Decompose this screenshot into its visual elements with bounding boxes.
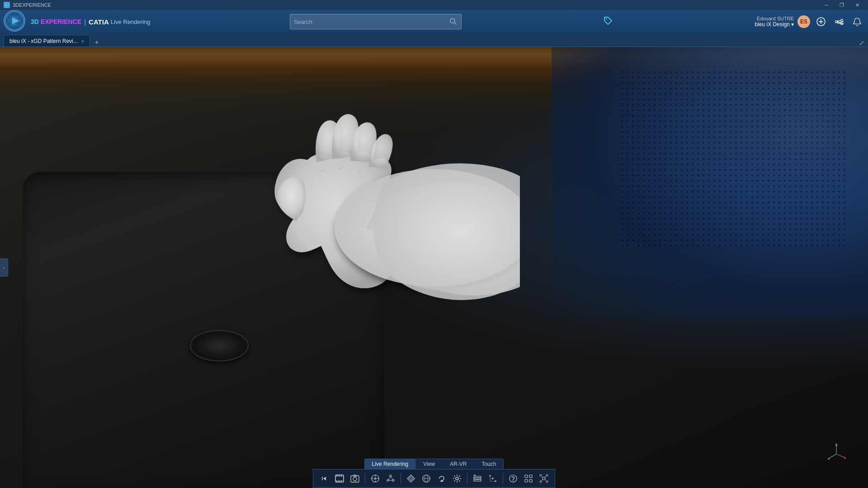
user-role[interactable]: bleu iX Design ▾ <box>755 21 794 28</box>
svg-line-6 <box>454 23 456 24</box>
svg-rect-60 <box>474 480 481 481</box>
svg-rect-71 <box>529 475 532 478</box>
svg-point-42 <box>374 477 377 480</box>
tab-live-rendering[interactable]: Live Rendering <box>365 459 416 469</box>
tab-touch[interactable]: Touch <box>474 459 503 469</box>
svg-marker-25 <box>844 456 846 459</box>
rotary-knob <box>190 330 249 361</box>
ibl-button[interactable] <box>419 471 434 486</box>
tab-close-button[interactable]: × <box>81 38 84 44</box>
rotation-button[interactable] <box>434 471 449 486</box>
side-panel-expand-button[interactable]: › <box>0 258 8 277</box>
notifications-button[interactable] <box>850 15 864 28</box>
svg-line-82 <box>545 479 546 481</box>
app-icon <box>4 2 10 8</box>
svg-rect-61 <box>474 474 476 476</box>
add-tab-button[interactable]: + <box>92 38 101 47</box>
render-settings-button[interactable] <box>450 471 464 486</box>
tab-label: bleu iX - xGD Pattern Revi... <box>9 38 78 44</box>
help-button[interactable] <box>506 471 520 486</box>
center-console <box>23 172 384 488</box>
tabbar: bleu iX - xGD Pattern Revi... × + ⤢ <box>0 33 868 47</box>
svg-line-79 <box>542 476 543 478</box>
svg-rect-36 <box>341 475 342 476</box>
bottom-icons-bar <box>313 469 555 488</box>
bottom-toolbar: Live Rendering View AR-VR Touch <box>313 459 555 488</box>
svg-line-81 <box>542 479 543 481</box>
titlebar: 3DEXPERIENCE ─ ❐ ✕ <box>0 0 868 10</box>
svg-marker-27 <box>827 457 830 460</box>
seat-perforations <box>619 70 845 250</box>
expand-button[interactable]: ⤢ <box>859 39 864 47</box>
svg-point-62 <box>489 475 491 477</box>
bottom-tabs: Live Rendering View AR-VR Touch <box>364 459 504 469</box>
svg-point-47 <box>390 475 392 477</box>
svg-rect-58 <box>474 476 481 478</box>
svg-point-76 <box>546 474 548 476</box>
active-tab[interactable]: bleu iX - xGD Pattern Revi... × <box>4 35 90 47</box>
search-button[interactable] <box>448 17 458 27</box>
user-avatar[interactable]: ES <box>797 15 810 28</box>
separator-4 <box>503 473 503 484</box>
user-name: Edouard SUTRE <box>757 16 794 21</box>
tab-ar-vr[interactable]: AR-VR <box>443 459 474 469</box>
material-button[interactable] <box>404 471 418 486</box>
svg-point-69 <box>513 481 514 482</box>
search-input[interactable] <box>294 14 448 29</box>
svg-rect-34 <box>339 475 340 476</box>
titlebar-title: 3DEXPERIENCE <box>4 2 51 8</box>
minimize-button[interactable]: ─ <box>819 1 834 9</box>
separator-2 <box>401 473 401 484</box>
separator-3 <box>467 473 467 484</box>
tag-button[interactable] <box>601 14 615 30</box>
brand-area: 3DEXPERIENCE | CATIA Live Rendering <box>31 18 150 26</box>
brand-catia: CATIA <box>89 18 109 26</box>
user-role-label: bleu iX Design <box>755 21 790 28</box>
film-strip-button[interactable] <box>332 471 347 486</box>
svg-rect-72 <box>525 479 528 482</box>
svg-line-51 <box>391 477 393 479</box>
nodes-button[interactable] <box>383 471 398 486</box>
svg-point-7 <box>606 18 607 19</box>
svg-rect-37 <box>341 481 342 482</box>
svg-line-14 <box>837 20 840 21</box>
close-button[interactable]: ✕ <box>850 1 864 9</box>
svg-point-57 <box>456 477 458 480</box>
svg-marker-23 <box>835 443 838 446</box>
share-button[interactable] <box>832 15 846 28</box>
svg-rect-31 <box>335 476 344 481</box>
brand-3dx: 3D <box>31 18 39 25</box>
window-controls: ─ ❐ ✕ <box>819 1 864 9</box>
svg-point-78 <box>546 481 548 483</box>
user-info: Edouard SUTRE bleu iX Design ▾ <box>755 16 794 28</box>
side-expand-icon: › <box>3 265 5 270</box>
titlebar-app-name: 3DEXPERIENCE <box>13 2 51 8</box>
tab-view[interactable]: View <box>416 459 442 469</box>
axes-indicator <box>823 438 850 465</box>
compass-logo[interactable] <box>4 10 27 33</box>
svg-line-50 <box>388 477 391 479</box>
svg-line-80 <box>545 476 546 478</box>
svg-point-48 <box>387 479 389 481</box>
svg-point-11 <box>840 19 843 22</box>
scene-settings-button[interactable] <box>368 471 382 486</box>
dropdown-arrow: ▾ <box>791 21 794 28</box>
search-container <box>290 14 462 29</box>
layers-button[interactable] <box>470 471 485 486</box>
svg-rect-73 <box>529 479 532 482</box>
svg-point-49 <box>392 479 394 481</box>
expand-left-button[interactable] <box>317 471 331 486</box>
svg-point-39 <box>353 477 357 481</box>
svg-rect-35 <box>339 481 340 482</box>
restore-button[interactable]: ❐ <box>835 1 849 9</box>
network-button[interactable] <box>537 471 551 486</box>
svg-rect-38 <box>351 476 359 482</box>
image-capture-button[interactable] <box>348 471 362 486</box>
separator-1 <box>365 473 365 484</box>
svg-rect-59 <box>474 478 481 479</box>
svg-rect-33 <box>336 481 337 482</box>
grid-view-button[interactable] <box>521 471 536 486</box>
add-button[interactable] <box>814 15 828 28</box>
tree-view-button[interactable] <box>486 471 500 486</box>
svg-point-75 <box>540 474 542 476</box>
